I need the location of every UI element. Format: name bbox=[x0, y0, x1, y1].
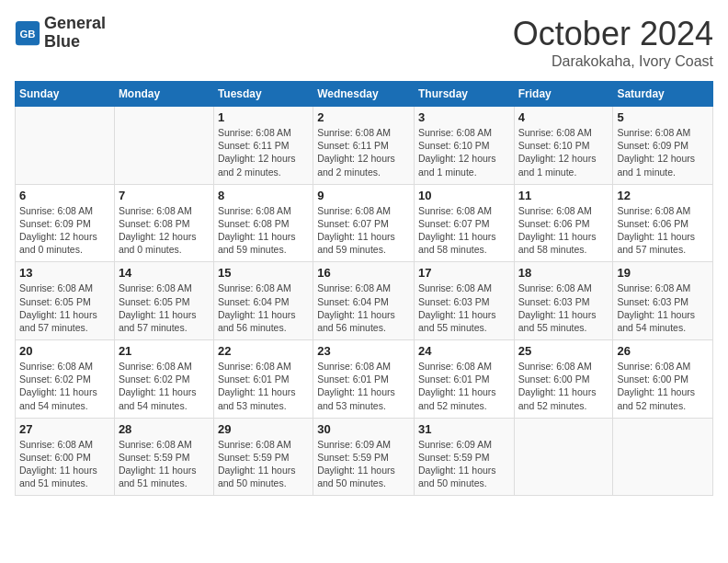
logo-line2: Blue bbox=[44, 33, 106, 52]
weekday-header: Tuesday bbox=[213, 82, 313, 107]
day-info: Sunrise: 6:08 AM Sunset: 6:07 PM Dayligh… bbox=[418, 204, 510, 257]
day-number: 23 bbox=[317, 344, 410, 358]
logo-icon: GB bbox=[15, 20, 40, 46]
day-number: 21 bbox=[119, 344, 210, 358]
day-number: 6 bbox=[19, 189, 110, 202]
day-number: 26 bbox=[617, 344, 709, 358]
day-info: Sunrise: 6:08 AM Sunset: 6:07 PM Dayligh… bbox=[317, 204, 410, 257]
day-info: Sunrise: 6:08 AM Sunset: 6:11 PM Dayligh… bbox=[218, 126, 309, 178]
calendar-table: SundayMondayTuesdayWednesdayThursdayFrid… bbox=[15, 81, 713, 496]
calendar-week-row: 27Sunrise: 6:08 AM Sunset: 6:00 PM Dayli… bbox=[16, 418, 713, 496]
weekday-header: Saturday bbox=[613, 82, 713, 107]
calendar-cell: 16Sunrise: 6:08 AM Sunset: 6:04 PM Dayli… bbox=[313, 262, 415, 340]
calendar-cell: 15Sunrise: 6:08 AM Sunset: 6:04 PM Dayli… bbox=[213, 262, 313, 340]
day-number: 18 bbox=[518, 266, 609, 280]
calendar-cell: 30Sunrise: 6:09 AM Sunset: 5:59 PM Dayli… bbox=[313, 418, 415, 496]
calendar-cell: 22Sunrise: 6:08 AM Sunset: 6:01 PM Dayli… bbox=[213, 340, 313, 419]
page-header: GB General Blue October 2024 Darakokaha,… bbox=[15, 15, 713, 70]
day-info: Sunrise: 6:08 AM Sunset: 6:04 PM Dayligh… bbox=[317, 282, 410, 334]
calendar-cell bbox=[613, 418, 713, 496]
day-number: 1 bbox=[218, 110, 309, 124]
calendar-cell: 24Sunrise: 6:08 AM Sunset: 6:01 PM Dayli… bbox=[414, 340, 514, 419]
calendar-cell: 9Sunrise: 6:08 AM Sunset: 6:07 PM Daylig… bbox=[313, 184, 415, 262]
day-number: 7 bbox=[119, 189, 210, 202]
day-info: Sunrise: 6:09 AM Sunset: 5:59 PM Dayligh… bbox=[317, 438, 410, 490]
day-info: Sunrise: 6:08 AM Sunset: 6:01 PM Dayligh… bbox=[317, 360, 410, 412]
day-info: Sunrise: 6:08 AM Sunset: 6:01 PM Dayligh… bbox=[218, 360, 309, 412]
day-info: Sunrise: 6:08 AM Sunset: 6:10 PM Dayligh… bbox=[418, 126, 510, 178]
calendar-header-row: SundayMondayTuesdayWednesdayThursdayFrid… bbox=[16, 82, 713, 107]
day-info: Sunrise: 6:08 AM Sunset: 6:02 PM Dayligh… bbox=[119, 360, 210, 412]
calendar-week-row: 6Sunrise: 6:08 AM Sunset: 6:09 PM Daylig… bbox=[16, 184, 713, 262]
day-number: 8 bbox=[218, 189, 309, 202]
day-info: Sunrise: 6:08 AM Sunset: 6:03 PM Dayligh… bbox=[418, 282, 510, 334]
calendar-cell: 3Sunrise: 6:08 AM Sunset: 6:10 PM Daylig… bbox=[414, 107, 514, 185]
day-number: 27 bbox=[19, 422, 110, 436]
calendar-cell bbox=[114, 107, 213, 185]
day-info: Sunrise: 6:08 AM Sunset: 6:00 PM Dayligh… bbox=[19, 438, 110, 490]
day-info: Sunrise: 6:08 AM Sunset: 6:05 PM Dayligh… bbox=[19, 282, 110, 334]
day-info: Sunrise: 6:08 AM Sunset: 6:10 PM Dayligh… bbox=[518, 126, 609, 178]
weekday-header: Friday bbox=[514, 82, 613, 107]
calendar-cell: 2Sunrise: 6:08 AM Sunset: 6:11 PM Daylig… bbox=[313, 107, 415, 185]
calendar-cell: 31Sunrise: 6:09 AM Sunset: 5:59 PM Dayli… bbox=[414, 418, 514, 496]
calendar-cell bbox=[16, 107, 115, 185]
calendar-cell: 5Sunrise: 6:08 AM Sunset: 6:09 PM Daylig… bbox=[613, 107, 713, 185]
calendar-cell: 11Sunrise: 6:08 AM Sunset: 6:06 PM Dayli… bbox=[514, 184, 613, 262]
calendar-cell: 7Sunrise: 6:08 AM Sunset: 6:08 PM Daylig… bbox=[114, 184, 213, 262]
calendar-cell: 21Sunrise: 6:08 AM Sunset: 6:02 PM Dayli… bbox=[114, 340, 213, 419]
calendar-week-row: 1Sunrise: 6:08 AM Sunset: 6:11 PM Daylig… bbox=[16, 107, 713, 185]
day-info: Sunrise: 6:08 AM Sunset: 6:03 PM Dayligh… bbox=[617, 282, 709, 334]
location-title: Darakokaha, Ivory Coast bbox=[513, 53, 713, 70]
day-info: Sunrise: 6:08 AM Sunset: 6:08 PM Dayligh… bbox=[119, 204, 210, 257]
calendar-cell: 12Sunrise: 6:08 AM Sunset: 6:06 PM Dayli… bbox=[613, 184, 713, 262]
day-info: Sunrise: 6:08 AM Sunset: 6:04 PM Dayligh… bbox=[218, 282, 309, 334]
day-number: 10 bbox=[418, 189, 510, 202]
calendar-week-row: 20Sunrise: 6:08 AM Sunset: 6:02 PM Dayli… bbox=[16, 340, 713, 419]
calendar-cell: 26Sunrise: 6:08 AM Sunset: 6:00 PM Dayli… bbox=[613, 340, 713, 419]
day-info: Sunrise: 6:08 AM Sunset: 6:09 PM Dayligh… bbox=[617, 126, 709, 178]
day-info: Sunrise: 6:08 AM Sunset: 6:05 PM Dayligh… bbox=[119, 282, 210, 334]
day-number: 31 bbox=[418, 422, 510, 436]
day-number: 29 bbox=[218, 422, 309, 436]
day-number: 15 bbox=[218, 266, 309, 280]
day-number: 25 bbox=[518, 344, 609, 358]
calendar-cell: 23Sunrise: 6:08 AM Sunset: 6:01 PM Dayli… bbox=[313, 340, 415, 419]
day-number: 24 bbox=[418, 344, 510, 358]
day-info: Sunrise: 6:08 AM Sunset: 6:09 PM Dayligh… bbox=[19, 204, 110, 257]
day-number: 13 bbox=[19, 266, 110, 280]
day-info: Sunrise: 6:08 AM Sunset: 6:11 PM Dayligh… bbox=[317, 126, 410, 178]
day-info: Sunrise: 6:08 AM Sunset: 6:08 PM Dayligh… bbox=[218, 204, 309, 257]
logo-line1: General bbox=[44, 15, 106, 33]
day-info: Sunrise: 6:08 AM Sunset: 5:59 PM Dayligh… bbox=[119, 438, 210, 490]
calendar-cell: 18Sunrise: 6:08 AM Sunset: 6:03 PM Dayli… bbox=[514, 262, 613, 340]
day-number: 30 bbox=[317, 422, 410, 436]
svg-text:GB: GB bbox=[19, 29, 35, 40]
day-number: 11 bbox=[518, 189, 609, 202]
day-number: 17 bbox=[418, 266, 510, 280]
day-number: 4 bbox=[518, 110, 609, 124]
calendar-cell: 29Sunrise: 6:08 AM Sunset: 5:59 PM Dayli… bbox=[213, 418, 313, 496]
calendar-week-row: 13Sunrise: 6:08 AM Sunset: 6:05 PM Dayli… bbox=[16, 262, 713, 340]
calendar-cell: 1Sunrise: 6:08 AM Sunset: 6:11 PM Daylig… bbox=[213, 107, 313, 185]
calendar-cell: 6Sunrise: 6:08 AM Sunset: 6:09 PM Daylig… bbox=[16, 184, 115, 262]
month-title: October 2024 bbox=[513, 15, 713, 53]
weekday-header: Sunday bbox=[16, 82, 115, 107]
day-info: Sunrise: 6:08 AM Sunset: 6:03 PM Dayligh… bbox=[518, 282, 609, 334]
calendar-cell: 19Sunrise: 6:08 AM Sunset: 6:03 PM Dayli… bbox=[613, 262, 713, 340]
day-info: Sunrise: 6:08 AM Sunset: 6:00 PM Dayligh… bbox=[617, 360, 709, 412]
calendar-cell: 28Sunrise: 6:08 AM Sunset: 5:59 PM Dayli… bbox=[114, 418, 213, 496]
day-info: Sunrise: 6:08 AM Sunset: 6:06 PM Dayligh… bbox=[617, 204, 709, 257]
logo: GB General Blue bbox=[15, 15, 106, 52]
day-number: 3 bbox=[418, 110, 510, 124]
calendar-cell: 20Sunrise: 6:08 AM Sunset: 6:02 PM Dayli… bbox=[16, 340, 115, 419]
day-info: Sunrise: 6:08 AM Sunset: 6:01 PM Dayligh… bbox=[418, 360, 510, 412]
day-info: Sunrise: 6:09 AM Sunset: 5:59 PM Dayligh… bbox=[418, 438, 510, 490]
day-info: Sunrise: 6:08 AM Sunset: 6:00 PM Dayligh… bbox=[518, 360, 609, 412]
day-number: 20 bbox=[19, 344, 110, 358]
day-number: 12 bbox=[617, 189, 709, 202]
day-number: 2 bbox=[317, 110, 410, 124]
calendar-cell: 8Sunrise: 6:08 AM Sunset: 6:08 PM Daylig… bbox=[213, 184, 313, 262]
calendar-cell: 4Sunrise: 6:08 AM Sunset: 6:10 PM Daylig… bbox=[514, 107, 613, 185]
calendar-cell: 14Sunrise: 6:08 AM Sunset: 6:05 PM Dayli… bbox=[114, 262, 213, 340]
